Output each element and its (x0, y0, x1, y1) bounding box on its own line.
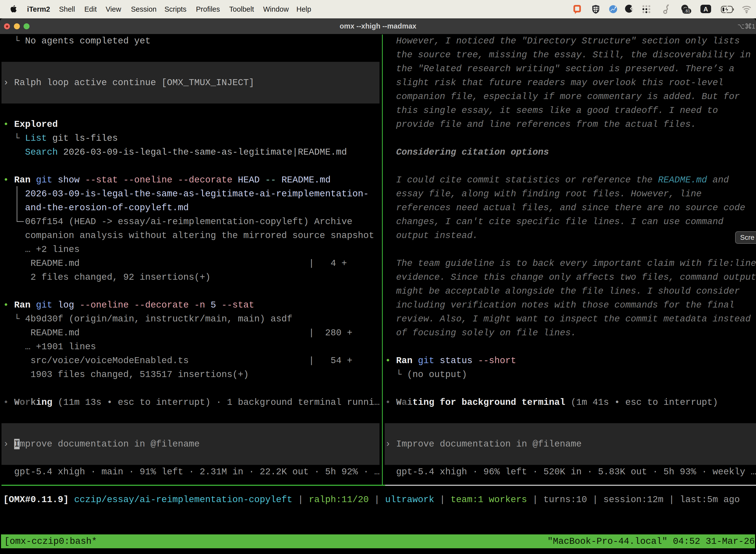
svg-text:1: 1 (752, 23, 755, 30)
svg-text:..61: ..61 (684, 9, 690, 13)
svg-text:A: A (703, 5, 708, 13)
